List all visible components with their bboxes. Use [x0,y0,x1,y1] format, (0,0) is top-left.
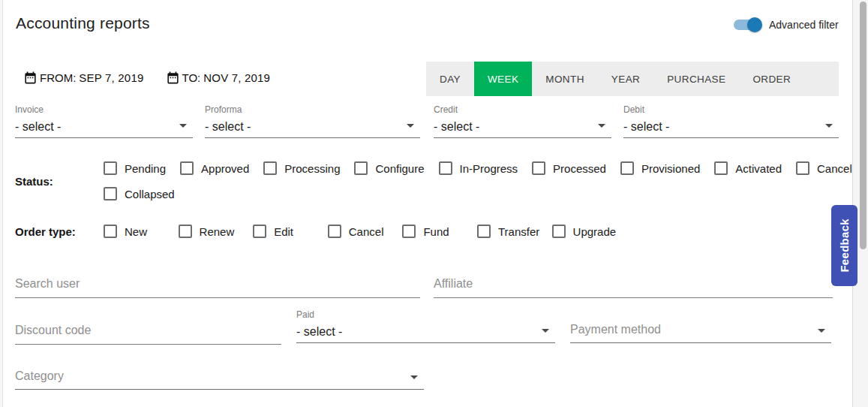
checkbox[interactable] [179,225,192,238]
checkbox[interactable] [328,225,341,238]
status-option-configure[interactable]: Configure [354,161,424,175]
period-tabs: DAY WEEK MONTH YEAR PURCHASE ORDER [426,62,839,96]
search-user-input[interactable] [15,277,420,298]
paid-select[interactable]: Paid - select - [296,309,555,343]
calendar-icon[interactable] [23,71,38,85]
status-option-in-progress[interactable]: In-Progress [439,161,518,175]
date-range: FROM: SEP 7, 2019 TO: NOV 7, 2019 [23,71,270,85]
proforma-select[interactable]: Proforma - select - [205,104,420,138]
affiliate-input[interactable] [434,277,833,298]
order-type-option-new[interactable]: New [104,225,179,238]
chevron-down-icon [179,124,187,128]
order-type-option-fund[interactable]: Fund [402,225,477,238]
tab-year[interactable]: YEAR [598,62,653,96]
from-label: FROM: [40,71,76,84]
checkbox[interactable] [796,161,809,175]
calendar-icon[interactable] [166,71,180,85]
invoice-select-label: Invoice [15,104,193,115]
checkbox[interactable] [104,187,117,200]
checkbox[interactable] [253,225,266,238]
category-select[interactable]: Category [15,369,424,390]
checkbox[interactable] [104,225,117,238]
tab-month[interactable]: MONTH [532,62,598,96]
feedback-button[interactable]: Feedback [831,205,857,286]
advanced-filter-toggle-group: Advanced filter [734,17,839,32]
status-options-row-2: Collapsed [104,185,175,202]
toggle-knob[interactable] [747,17,762,32]
checkbox[interactable] [263,161,277,175]
paid-select-label: Paid [296,309,555,320]
credit-select-value: - select - [434,120,611,134]
status-option-activated[interactable]: Activated [714,161,782,175]
tab-week[interactable]: WEEK [474,62,532,96]
status-group-label: Status: [15,175,53,188]
window-left-edge [0,0,3,407]
status-option-provisioned[interactable]: Provisioned [620,161,700,175]
checkbox[interactable] [532,161,545,175]
status-option-collapsed[interactable]: Collapsed [104,187,175,200]
checkbox[interactable] [402,225,416,238]
proforma-select-value: - select - [205,120,420,134]
chevron-down-icon [407,124,414,128]
discount-code-input[interactable] [15,324,281,345]
credit-select-label: Credit [434,104,611,115]
advanced-filter-toggle[interactable] [734,20,761,30]
order-type-option-upgrade[interactable]: Upgrade [552,225,627,238]
checkbox[interactable] [620,161,634,175]
advanced-filter-label: Advanced filter [769,19,839,31]
payment-method-select[interactable]: Payment method [570,323,831,343]
proforma-select-label: Proforma [205,104,420,115]
chevron-down-icon [825,124,833,128]
status-option-processing[interactable]: Processing [263,161,340,175]
debit-select-value: - select - [623,120,839,134]
status-option-processed[interactable]: Processed [532,161,606,175]
status-option-approved[interactable]: Approved [180,161,249,175]
order-type-option-transfer[interactable]: Transfer [477,225,552,238]
chevron-down-icon [542,329,549,333]
chevron-down-icon [818,329,825,333]
page-title: Accounting reports [16,14,150,32]
tab-order[interactable]: ORDER [739,62,804,96]
order-type-option-renew[interactable]: Renew [179,225,254,238]
to-date-value[interactable]: NOV 7, 2019 [203,71,270,84]
chevron-down-icon [410,375,418,379]
credit-select[interactable]: Credit - select - [434,104,611,138]
order-type-group-label: Order type: [15,225,76,238]
order-type-options-row: New Renew Edit Cancel Fund Transfer Upgr… [104,223,626,240]
paid-select-value: - select - [296,325,555,339]
payment-method-placeholder: Payment method [570,323,831,336]
status-option-pending[interactable]: Pending [104,161,166,175]
category-placeholder: Category [15,369,424,383]
checkbox[interactable] [714,161,728,175]
checkbox[interactable] [354,161,368,175]
accounting-reports-page: Accounting reports Advanced filter FROM:… [0,0,868,407]
checkbox[interactable] [477,225,491,238]
checkbox[interactable] [104,161,117,175]
order-type-option-cancel[interactable]: Cancel [328,225,403,238]
invoice-select[interactable]: Invoice - select - [15,104,193,138]
debit-select-label: Debit [623,104,839,115]
to-label: TO: [182,71,201,84]
status-options-row-1: Pending Approved Processing Configure In… [104,160,864,176]
checkbox[interactable] [552,225,566,238]
tab-day[interactable]: DAY [426,62,474,96]
tab-purchase[interactable]: PURCHASE [653,62,739,96]
from-date-value[interactable]: SEP 7, 2019 [79,71,143,84]
debit-select[interactable]: Debit - select - [623,104,839,138]
order-type-option-edit[interactable]: Edit [253,225,328,238]
checkbox[interactable] [439,161,452,175]
scrollbar-thumb[interactable] [860,2,866,249]
chevron-down-icon [598,124,605,128]
checkbox[interactable] [180,161,194,175]
feedback-button-label: Feedback [838,219,851,273]
invoice-select-value: - select - [15,120,193,134]
